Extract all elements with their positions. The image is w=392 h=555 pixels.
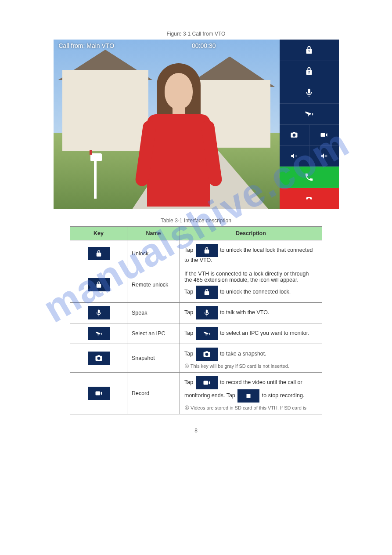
col-header-key: Key xyxy=(70,227,127,240)
row-desc: Tap to unlock the local lock that connec… xyxy=(180,240,322,267)
volume-down-button[interactable] xyxy=(280,146,309,167)
camera-icon xyxy=(203,350,211,358)
unlock2-icon xyxy=(95,281,103,289)
row-name: Remote unlock xyxy=(127,267,180,303)
vth-call-screen: Call from: Main VTO 00:00:30 1 2 xyxy=(54,40,339,209)
figure-label: Figure 3-1 Call from VTO xyxy=(22,31,370,37)
stop-icon xyxy=(245,392,252,400)
row-desc: Tap to record the video until the call o… xyxy=(180,373,322,414)
table-row: Speak Tap to talk with the VTO. xyxy=(70,303,322,323)
volume-up-button[interactable] xyxy=(309,146,339,167)
record-chip-inline xyxy=(196,376,218,389)
row-name: Record xyxy=(127,373,180,414)
unlock2-button[interactable]: 2 xyxy=(280,61,339,83)
table-row: Snapshot Tap to take a snapshot. 🛈 This … xyxy=(70,344,322,373)
speak-button[interactable] xyxy=(280,82,339,104)
select-ipc-button[interactable] xyxy=(280,104,339,125)
volume-down-icon xyxy=(290,152,298,160)
unlock1-chip-inline xyxy=(196,244,218,257)
table-row: Unlock Tap to unlock the local lock that… xyxy=(70,240,322,267)
table-row: Remote unlock If the VTH is connected to… xyxy=(70,267,322,303)
row-name: Snapshot xyxy=(127,344,180,373)
video-icon xyxy=(95,389,103,397)
video-icon xyxy=(203,379,211,387)
snapshot-chip-inline xyxy=(196,348,218,361)
call-timer: 00:00:30 xyxy=(192,42,216,49)
row-name: Speak xyxy=(127,303,180,323)
mic-chip-inline xyxy=(196,306,218,319)
unlock2-chip-inline xyxy=(196,286,218,299)
mic-icon xyxy=(95,309,103,317)
camera-cctv-icon xyxy=(304,109,314,119)
call-sidebar: 1 2 xyxy=(280,40,339,209)
answer-button[interactable] xyxy=(280,167,339,188)
unlock1-icon xyxy=(203,247,211,254)
row-name: Select an IPC xyxy=(127,323,180,344)
call-from-label: Call from: Main VTO xyxy=(59,42,115,49)
table-label: Table 3-1 Interface description xyxy=(22,218,370,224)
snapshot-chip xyxy=(88,352,110,365)
record-button[interactable] xyxy=(309,125,339,146)
row-desc: Tap to take a snapshot. 🛈 This key will … xyxy=(180,344,322,373)
camera-icon xyxy=(290,131,298,139)
camera-cctv-icon xyxy=(203,330,211,337)
page-number: 8 xyxy=(22,428,370,434)
svg-text:1: 1 xyxy=(308,49,310,53)
mic-icon xyxy=(203,309,211,317)
row-desc: Tap to talk with the VTO. xyxy=(180,303,322,323)
unlock2-chip xyxy=(88,278,110,291)
ipc-chip-inline xyxy=(196,327,218,340)
col-header-desc: Description xyxy=(180,227,322,240)
camera-icon xyxy=(95,354,103,362)
row-desc: Tap to select an IPC you want to monitor… xyxy=(180,323,322,344)
unlock2-icon xyxy=(203,288,211,296)
volume-up-icon xyxy=(320,152,328,160)
stop-chip-inline xyxy=(237,389,259,403)
unlock1-icon xyxy=(95,250,103,258)
hangup-button[interactable] xyxy=(280,188,339,209)
col-header-name: Name xyxy=(127,227,180,240)
svg-rect-2 xyxy=(247,394,251,398)
mic-chip xyxy=(88,306,110,319)
camera-cctv-icon xyxy=(95,330,103,337)
phone-answer-icon xyxy=(304,172,314,182)
phone-hangup-icon xyxy=(304,193,314,203)
video-feed: Call from: Main VTO 00:00:30 xyxy=(54,40,280,209)
record-chip xyxy=(88,387,110,400)
row-name: Unlock xyxy=(127,240,180,267)
description-table: Key Name Description Unlock Tap to unloc… xyxy=(70,226,322,414)
unlock1-button[interactable]: 1 xyxy=(280,40,339,61)
unlock1-chip xyxy=(88,247,110,260)
video-icon xyxy=(320,131,328,139)
unlock2-icon: 2 xyxy=(304,66,314,76)
unlock1-icon: 1 xyxy=(304,45,314,55)
mic-icon xyxy=(304,88,314,98)
svg-text:2: 2 xyxy=(308,70,310,74)
table-row: Select an IPC Tap to select an IPC you w… xyxy=(70,323,322,344)
ipc-chip xyxy=(88,327,110,340)
snapshot-button[interactable] xyxy=(280,125,309,146)
table-row: Record Tap to record the video until the… xyxy=(70,373,322,414)
row-desc: If the VTH is connected to a lock direct… xyxy=(180,267,322,303)
